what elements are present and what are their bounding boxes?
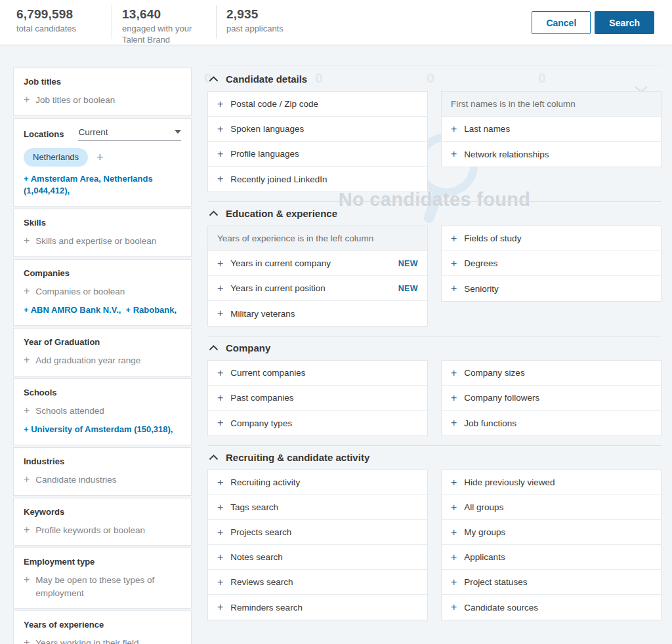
plus-icon: + bbox=[451, 502, 457, 513]
plus-icon: + bbox=[217, 367, 223, 379]
filter-row-spoken-languages[interactable]: + Spoken languages bbox=[208, 117, 427, 142]
plus-icon: + bbox=[217, 477, 223, 489]
section-header-recruiting-activity[interactable]: Recruiting & candidate activity bbox=[209, 452, 662, 463]
graduation-year-input[interactable]: + Add graduation year range bbox=[24, 354, 181, 367]
advanced-filters-panel: 0 0 0 0 No candidates found Candidate de… bbox=[207, 55, 662, 644]
industries-input[interactable]: + Candidate industries bbox=[24, 473, 181, 487]
filter-row-candidate-sources[interactable]: + Candidate sources bbox=[442, 595, 661, 620]
filter-row-last-names[interactable]: + Last names bbox=[442, 117, 661, 142]
filter-row-years-current-position[interactable]: + Years in current position NEW bbox=[208, 276, 427, 301]
filter-row-recently-joined[interactable]: + Recently joined LinkedIn bbox=[208, 167, 427, 191]
header-actions: Cancel Search bbox=[532, 0, 672, 34]
input-placeholder: Years working in their field bbox=[35, 637, 138, 644]
sidebar-section-companies: Companies + Companies or boolean + ABN A… bbox=[13, 259, 192, 326]
chevron-up-icon bbox=[209, 76, 219, 82]
filter-row-company-followers[interactable]: + Company followers bbox=[442, 386, 661, 411]
sidebar-section-skills: Skills + Skills and expertise or boolean bbox=[13, 209, 192, 257]
plus-icon: + bbox=[451, 283, 457, 294]
filter-row-tags-search[interactable]: + Tags search bbox=[208, 495, 427, 520]
plus-icon: + bbox=[451, 148, 457, 160]
stat-label: past applicants bbox=[226, 24, 315, 35]
section-title: Candidate details bbox=[226, 73, 307, 85]
info-label: Years of experience is in the left colum… bbox=[217, 233, 373, 243]
schools-input[interactable]: + Schools attended bbox=[24, 405, 181, 418]
filter-label: Network relationships bbox=[464, 150, 549, 159]
keywords-input[interactable]: + Profile keywords or boolean bbox=[24, 524, 181, 537]
new-badge: NEW bbox=[398, 284, 418, 293]
filter-row-profile-languages[interactable]: + Profile languages bbox=[208, 142, 427, 167]
filter-label: Seniority bbox=[464, 284, 499, 294]
plus-icon: + bbox=[451, 477, 457, 489]
companies-input[interactable]: + Companies or boolean bbox=[24, 285, 181, 298]
filter-row-company-sizes[interactable]: + Company sizes bbox=[442, 361, 661, 386]
plus-icon: + bbox=[451, 417, 457, 429]
plus-icon: + bbox=[24, 524, 30, 536]
section-divider bbox=[207, 336, 662, 336]
filter-row-network-relationships[interactable]: + Network relationships bbox=[442, 142, 661, 167]
filter-row-company-types[interactable]: + Company types bbox=[208, 411, 427, 435]
sidebar-section-year-of-graduation: Year of Graduation + Add graduation year… bbox=[13, 328, 192, 376]
years-experience-input[interactable]: + Years working in their field bbox=[24, 637, 181, 644]
search-stats: 6,799,598 total candidates 13,640 engage… bbox=[0, 0, 315, 46]
search-button[interactable]: Search bbox=[595, 11, 654, 34]
section-title: Year of Graduation bbox=[24, 337, 181, 347]
input-placeholder: Profile keywords or boolean bbox=[35, 524, 145, 537]
job-titles-input[interactable]: + Job titles or boolean bbox=[24, 94, 181, 107]
filter-label: Company types bbox=[230, 418, 292, 428]
section-header-education-experience[interactable]: Education & experience bbox=[209, 208, 662, 219]
filter-row-applicants[interactable]: + Applicants bbox=[442, 545, 661, 570]
section-title: Industries bbox=[24, 456, 181, 466]
location-type-dropdown[interactable]: Current bbox=[78, 127, 181, 141]
plus-icon: + bbox=[24, 285, 30, 297]
plus-icon: + bbox=[451, 527, 457, 538]
section-title: Job titles bbox=[24, 77, 181, 87]
filters-column-left: + Current companies + Past companies + C… bbox=[207, 360, 428, 436]
filter-row-project-statuses[interactable]: + Project statuses bbox=[442, 570, 661, 595]
suggested-company-link[interactable]: + Rabobank, bbox=[125, 304, 177, 317]
sidebar-section-employment-type: Employment type + May be open to these t… bbox=[13, 548, 192, 609]
filter-row-reviews-search[interactable]: + Reviews search bbox=[208, 570, 427, 595]
filter-row-recruiting-activity[interactable]: + Recruiting activity bbox=[208, 470, 427, 495]
section-header-candidate-details[interactable]: Candidate details bbox=[209, 55, 662, 85]
employment-type-input[interactable]: + May be open to these types of employme… bbox=[24, 574, 181, 599]
sidebar-section-keywords: Keywords + Profile keywords or boolean bbox=[13, 498, 192, 546]
section-header-company[interactable]: Company bbox=[209, 342, 662, 353]
sidebar-section-industries: Industries + Candidate industries bbox=[13, 447, 192, 496]
filter-row-current-companies[interactable]: + Current companies bbox=[208, 361, 427, 386]
filter-row-hide-previously-viewed[interactable]: + Hide previously viewed bbox=[442, 470, 661, 495]
filter-row-years-current-company[interactable]: + Years in current company NEW bbox=[208, 251, 427, 276]
filter-row-projects-search[interactable]: + Projects search bbox=[208, 520, 427, 545]
filter-row-notes-search[interactable]: + Notes search bbox=[208, 545, 427, 570]
section-divider bbox=[207, 201, 662, 202]
add-location-icon[interactable]: + bbox=[96, 151, 104, 163]
plus-icon: + bbox=[24, 94, 30, 106]
filter-row-postal-code[interactable]: + Postal code / Zip code bbox=[208, 92, 427, 117]
filter-label: Postal code / Zip code bbox=[230, 99, 318, 109]
filter-row-job-functions[interactable]: + Job functions bbox=[442, 411, 661, 435]
filter-label: Past companies bbox=[230, 393, 293, 403]
cancel-button[interactable]: Cancel bbox=[532, 11, 591, 34]
section-title: Keywords bbox=[24, 507, 181, 517]
filter-row-fields-of-study[interactable]: + Fields of study bbox=[442, 226, 661, 251]
input-placeholder: Companies or boolean bbox=[35, 285, 125, 298]
filter-label: Tags search bbox=[230, 502, 278, 512]
stat-label: total candidates bbox=[16, 24, 112, 35]
location-pill-netherlands[interactable]: Netherlands bbox=[24, 148, 88, 167]
filter-row-past-companies[interactable]: + Past companies bbox=[208, 386, 427, 411]
filter-row-seniority[interactable]: + Seniority bbox=[442, 276, 661, 301]
filter-row-my-groups[interactable]: + My groups bbox=[442, 520, 661, 545]
filter-row-reminders-search[interactable]: + Reminders search bbox=[208, 595, 427, 620]
section-title: Recruiting & candidate activity bbox=[226, 452, 369, 463]
chevron-up-icon bbox=[209, 211, 219, 216]
suggested-company-link[interactable]: + ABN AMRO Bank N.V., bbox=[24, 304, 121, 317]
stat-label: engaged with your Talent Brand bbox=[122, 24, 216, 46]
filter-label: Degrees bbox=[464, 258, 497, 268]
suggested-school-link[interactable]: + University of Amsterdam (150,318), bbox=[24, 424, 173, 436]
skills-input[interactable]: + Skills and expertise or boolean bbox=[24, 235, 181, 248]
filter-row-all-groups[interactable]: + All groups bbox=[442, 495, 661, 520]
filter-row-military-veterans[interactable]: + Military veterans bbox=[208, 301, 427, 326]
filter-label: Project statuses bbox=[464, 577, 527, 587]
suggested-location-link[interactable]: + Amsterdam Area, Netherlands (1,044,412… bbox=[24, 173, 181, 198]
filter-row-degrees[interactable]: + Degrees bbox=[442, 251, 661, 276]
plus-icon: + bbox=[24, 354, 30, 366]
